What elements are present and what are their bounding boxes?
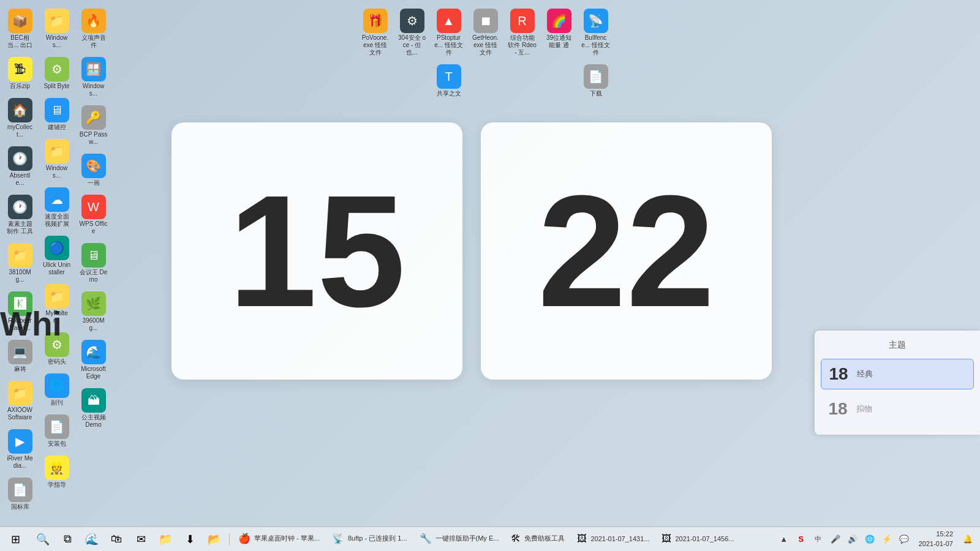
- icon-label-icon23: 义项声音件: [79, 34, 108, 49]
- taskbar-app-label-app3: 一键排版助手(My E...: [435, 534, 499, 543]
- tray-wps-icon[interactable]: S: [794, 532, 809, 547]
- desktop-icon-icon25[interactable]: 🔑 BCP Passw...: [77, 103, 110, 148]
- taskbar-app-app4[interactable]: 🛠 免费助板工具: [505, 527, 571, 552]
- icon-label-icon28: 会议王 Demo: [79, 269, 108, 283]
- tray-network-icon[interactable]: 🌐: [862, 532, 877, 547]
- side-panel-num-2: 18: [826, 399, 850, 419]
- taskbar-apps: 🍎 苹果桌面时钟 - 苹果... 📡 8uftp - 已连接到 1... 🔧 一…: [232, 527, 772, 552]
- desktop-icon-icon31[interactable]: 🏔 公主视频 Demo: [77, 386, 110, 431]
- desktop-icon-icon4[interactable]: 🕐 Absentle...: [3, 144, 37, 189]
- desktop-icon-icon11[interactable]: 📄 国标库: [3, 475, 37, 513]
- clock-number-1: 15: [228, 171, 405, 331]
- taskbar-app-app6[interactable]: 🖼 2021-01-07_1456...: [655, 527, 740, 552]
- downloads2-taskbar-icon[interactable]: 📂: [202, 527, 227, 552]
- desktop-icon-icon30[interactable]: 🌊 Microsoft Edge: [77, 337, 110, 383]
- icon-label-rt1: PoVoone.exe 怪怪文件: [361, 34, 390, 56]
- desktop-icon-icon23[interactable]: 🔥 义项声音件: [77, 6, 110, 51]
- taskbar-clock[interactable]: 15:22 2021-01-07: [914, 530, 958, 549]
- taskbar-app-app2[interactable]: 📡 8uftp - 已连接到 1...: [326, 527, 413, 552]
- icon-img-icon11: 📄: [8, 478, 32, 502]
- taskbar-app-app1[interactable]: 🍎 苹果桌面时钟 - 苹果...: [232, 527, 326, 552]
- icon-label-icon3: myCollect...: [6, 124, 34, 138]
- tray-speaker-icon[interactable]: 🔊: [845, 532, 860, 547]
- tray-mic-icon[interactable]: 🎤: [828, 532, 843, 547]
- icon-label-icon21: 安装包: [48, 440, 66, 448]
- icon-label-icon24: Windows...: [79, 83, 108, 97]
- icon-img-icon23: 🔥: [81, 9, 106, 33]
- taskbar-app-icon-app5: 🖼: [577, 533, 587, 544]
- desktop-icon-rt2[interactable]: ⚙ 304安全 oce - 但也...: [395, 6, 429, 59]
- desktop-icon-icon16[interactable]: ☁ 速度全面 视频扩展: [40, 185, 74, 230]
- store-taskbar-icon[interactable]: 🛍: [104, 527, 129, 552]
- desktop-icon-icon9[interactable]: 📁 AXIOOW Software: [3, 378, 37, 424]
- icon-label-rt9: 下载: [590, 90, 602, 97]
- desktop-icon-icon5[interactable]: 🕐 素素主题制作 工具: [3, 192, 37, 238]
- desktop-icon-rt4[interactable]: T 共享之文: [432, 62, 466, 100]
- desktop-icon-icon15[interactable]: 📁 Windows...: [40, 137, 74, 182]
- desktop-icon-icon29[interactable]: 🌿 39600Mg...: [77, 289, 110, 334]
- desktop-icon-icon17[interactable]: 🔵 Ulick Uninstaller: [40, 233, 74, 279]
- mail-taskbar-icon[interactable]: ✉: [129, 527, 153, 552]
- desktop-icon-rt9[interactable]: 📄 下载: [579, 62, 612, 100]
- start-button[interactable]: ⊞: [0, 527, 31, 552]
- icon-img-rt2: ⚙: [400, 9, 424, 33]
- tray-battery-icon[interactable]: ⚡: [880, 532, 894, 547]
- icon-label-rt4: 共享之文: [437, 90, 461, 97]
- desktop-icon-icon21[interactable]: 📄 安装包: [40, 412, 74, 450]
- icon-img-icon1: 📦: [8, 9, 32, 33]
- desktop-icon-rt3[interactable]: ▲ PStopture... 怪怪文件: [432, 6, 466, 59]
- desktop-icon-icon10[interactable]: ▶ iRiver Media...: [3, 427, 37, 472]
- tray-msg-icon[interactable]: 💬: [897, 532, 911, 547]
- icon-label-icon29: 39600Mg...: [79, 317, 108, 332]
- icon-img-icon24: 🪟: [81, 57, 106, 81]
- icon-label-icon16: 速度全面 视频扩展: [42, 213, 71, 228]
- icon-img-rt3: ▲: [437, 9, 461, 33]
- icon-label-icon22: 学指导: [48, 481, 66, 489]
- search-taskbar-icon[interactable]: 🔍: [31, 527, 55, 552]
- desktop-icon-icon12[interactable]: 📁 Windows...: [40, 6, 74, 51]
- icon-img-icon6: 📁: [8, 243, 32, 268]
- desktop-icon-rt5[interactable]: ⏹ GetHeon.exe 怪怪文件: [469, 6, 502, 59]
- icon-label-icon13: Split Byte: [43, 83, 69, 90]
- desktop-icon-icon24[interactable]: 🪟 Windows...: [77, 54, 110, 100]
- desktop-icon-icon28[interactable]: 🖥 会议王 Demo: [77, 241, 110, 286]
- tray-cn-icon[interactable]: 中: [811, 532, 826, 547]
- desktop-icon-icon13[interactable]: ⚙ Split Byte: [40, 54, 74, 92]
- taskbar-app-app3[interactable]: 🔧 一键排版助手(My E...: [413, 527, 505, 552]
- taskbar-date: 2021-01-07: [919, 539, 953, 549]
- icon-img-icon5: 🕐: [8, 195, 32, 219]
- icon-label-icon27: WPS Office: [79, 220, 108, 235]
- notifications-icon[interactable]: 🔔: [960, 532, 975, 547]
- taskbar-app-icon-app4: 🛠: [511, 533, 521, 544]
- side-panel-item-skeu[interactable]: 18 拟物: [821, 394, 974, 424]
- tray-expand-icon[interactable]: ▲: [777, 532, 791, 547]
- desktop-icon-icon14[interactable]: 🖥 建辅控: [40, 96, 74, 133]
- desktop-icon-rt6[interactable]: R 综合功能软件 Rdeo - 互...: [505, 6, 539, 59]
- desktop-icon-rt8[interactable]: 📡 Bullfence... 怪怪文件: [579, 6, 612, 59]
- desktop-icon-icon1[interactable]: 📦 BEC相当... 出口: [3, 6, 37, 51]
- taskbar-app-label-app4: 免费助板工具: [524, 534, 565, 543]
- desktop-icon-rt1[interactable]: 🎁 PoVoone.exe 怪怪文件: [358, 6, 392, 59]
- icon-label-icon11: 国标库: [11, 503, 29, 511]
- desktop-icon-icon8[interactable]: 💻 麻将: [3, 337, 37, 375]
- side-panel-item-classic[interactable]: 18 经典: [821, 359, 974, 389]
- desktop-icon-icon22[interactable]: 👷 学指导: [40, 453, 74, 491]
- icon-label-icon30: Microsoft Edge: [79, 365, 108, 380]
- icon-img-icon28: 🖥: [81, 243, 106, 268]
- taskbar: ⊞ 🔍 ⧉ 🌊 🛍 ✉ 📁 ⬇ 📂 🍎 苹果桌面时钟 - 苹果... 📡 8uf…: [0, 527, 980, 551]
- task-view-icon[interactable]: ⧉: [55, 527, 80, 552]
- desktop-icon-rt7[interactable]: 🌈 39位通知能量 通: [542, 6, 576, 51]
- taskbar-app-app5[interactable]: 🖼 2021-01-07_1431...: [571, 527, 655, 552]
- desktop-icon-icon3[interactable]: 🏠 myCollect...: [3, 96, 37, 141]
- desktop-icon-icon26[interactable]: 🎨 一画: [77, 151, 110, 189]
- icon-label-rt3: PStopture... 怪怪文件: [434, 34, 463, 56]
- edge-taskbar-icon[interactable]: 🌊: [80, 527, 104, 552]
- desktop: 📦 BEC相当... 出口 🗜 百乐zip 🏠 myCollect... 🕐 A…: [0, 0, 980, 527]
- desktop-icon-icon27[interactable]: W WPS Office: [77, 192, 110, 238]
- desktop-icon-icon20[interactable]: 🌐 副刊: [40, 371, 74, 409]
- desktop-icon-icon6[interactable]: 📁 38100Mg...: [3, 241, 37, 286]
- icon-img-icon17: 🔵: [45, 236, 69, 260]
- downloads-taskbar-icon[interactable]: ⬇: [178, 527, 202, 552]
- desktop-icon-icon2[interactable]: 🗜 百乐zip: [3, 54, 37, 92]
- folder-taskbar-icon[interactable]: 📁: [153, 527, 178, 552]
